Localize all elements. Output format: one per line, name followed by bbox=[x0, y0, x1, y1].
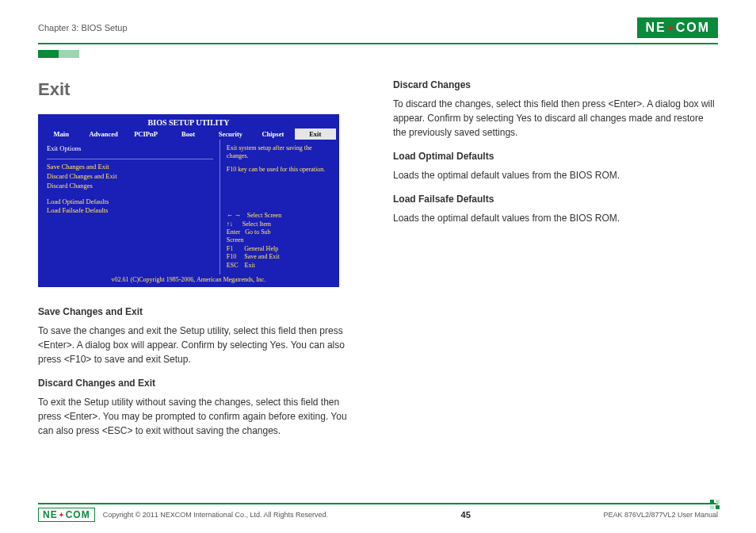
page-title: Exit bbox=[38, 79, 363, 100]
bios-key-legend: ← → Select Screen ↑↓ Select Item Enter G… bbox=[227, 212, 330, 270]
bios-help-pane: Exit system setup after saving the chang… bbox=[220, 140, 337, 274]
bios-footer: v02.61 (C)Copyright 1985-2006, American … bbox=[40, 274, 337, 285]
footer-copyright: Copyright © 2011 NEXCOM International Co… bbox=[103, 511, 328, 519]
body-discard-changes-exit: To exit the Setup utility without saving… bbox=[38, 395, 363, 438]
footer-ornament-icon bbox=[710, 500, 721, 511]
bios-key-1: ↑↓ Select Item bbox=[227, 220, 330, 228]
body-load-failsafe: Loads the optimal default values from th… bbox=[393, 211, 718, 225]
bios-opt-discard[interactable]: Discard Changes bbox=[47, 182, 213, 191]
bios-tab-chipset[interactable]: Chipset bbox=[252, 128, 294, 140]
header-bar: Chapter 3: BIOS Setup NE✦COM bbox=[38, 17, 718, 44]
left-column: Exit BIOS SETUP UTILITY Main Advanced PC… bbox=[38, 79, 363, 446]
bios-options-header: Exit Options bbox=[47, 144, 213, 154]
bios-key-4: F1 General Help bbox=[227, 245, 330, 253]
bios-opt-discard-exit[interactable]: Discard Changes and Exit bbox=[47, 172, 213, 182]
bios-tab-boot[interactable]: Boot bbox=[167, 128, 209, 140]
footer-nexcom-logo: NE✦COM bbox=[38, 508, 95, 522]
bios-tab-advanced[interactable]: Advanced bbox=[82, 128, 124, 140]
bios-opt-load-optimal[interactable]: Load Optimal Defaults bbox=[47, 197, 213, 207]
bios-key-5: F10 Save and Exit bbox=[227, 253, 330, 261]
page-footer: NE✦COM Copyright © 2011 NEXCOM Internati… bbox=[38, 503, 718, 522]
header-accent bbox=[38, 49, 718, 57]
bios-tab-security[interactable]: Security bbox=[210, 128, 252, 140]
body-save-changes-exit: To save the changes and exit the Setup u… bbox=[38, 324, 363, 366]
body-discard-changes: To discard the changes, select this fiel… bbox=[393, 97, 718, 140]
logo-dot-icon: ✦ bbox=[59, 512, 65, 519]
heading-save-changes-exit: Save Changes and Exit bbox=[38, 306, 363, 317]
right-column: Discard Changes To discard the changes, … bbox=[393, 79, 718, 446]
bios-hint-2: F10 key can be used for this operation. bbox=[227, 166, 330, 174]
bios-panel: BIOS SETUP UTILITY Main Advanced PCIPnP … bbox=[38, 114, 339, 287]
chapter-title: Chapter 3: BIOS Setup bbox=[38, 23, 128, 33]
bios-opt-load-failsafe[interactable]: Load Failsafe Defaults bbox=[47, 206, 213, 216]
bios-key-6: ESC Exit bbox=[227, 262, 330, 270]
bios-opt-save-exit[interactable]: Save Changes and Exit bbox=[47, 163, 213, 172]
bios-tab-pcipnp[interactable]: PCIPnP bbox=[125, 128, 167, 140]
bios-tabs: Main Advanced PCIPnP Boot Security Chips… bbox=[40, 128, 337, 140]
logo-left: NE bbox=[645, 21, 666, 35]
heading-load-optimal: Load Optimal Defaults bbox=[393, 151, 718, 162]
logo-dot-icon: ✦ bbox=[667, 24, 675, 33]
bios-options-pane: Exit Options Save Changes and Exit Disca… bbox=[40, 140, 220, 274]
bios-key-3: Screen bbox=[227, 236, 330, 244]
heading-discard-changes-exit: Discard Changes and Exit bbox=[38, 378, 363, 389]
heading-discard-changes: Discard Changes bbox=[393, 79, 718, 90]
bios-key-0: ← → Select Screen bbox=[227, 212, 330, 220]
nexcom-logo: NE✦COM bbox=[637, 17, 718, 38]
page-number: 45 bbox=[461, 510, 471, 520]
bios-hint-1: Exit system setup after saving the chang… bbox=[227, 144, 330, 161]
bios-tab-exit[interactable]: Exit bbox=[295, 128, 337, 140]
bios-title: BIOS SETUP UTILITY bbox=[40, 117, 337, 128]
bios-divider bbox=[47, 159, 213, 159]
footer-manual-name: PEAK 876VL2/877VL2 User Manual bbox=[603, 511, 718, 519]
bios-tab-main[interactable]: Main bbox=[40, 128, 82, 140]
body-load-optimal: Loads the optimal default values from th… bbox=[393, 168, 718, 182]
heading-load-failsafe: Load Failsafe Defaults bbox=[393, 194, 718, 205]
bios-key-2: Enter Go to Sub bbox=[227, 228, 330, 236]
logo-right: COM bbox=[676, 21, 710, 35]
